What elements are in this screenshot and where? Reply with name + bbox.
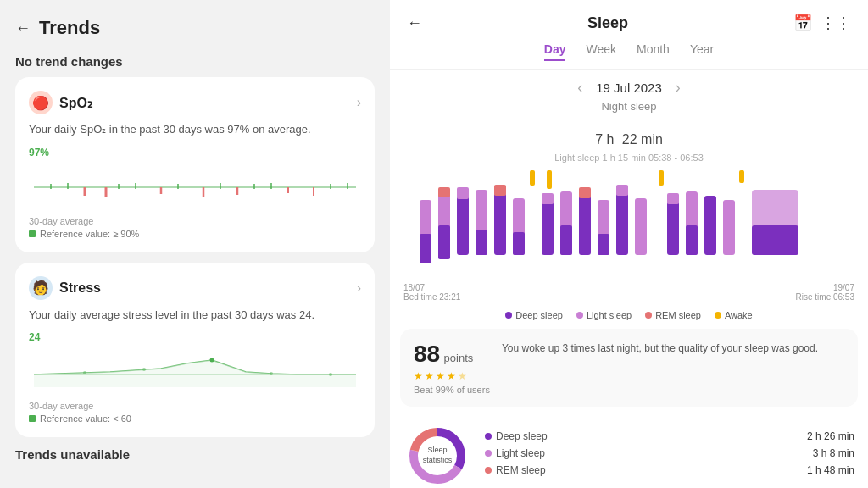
svg-rect-61 (752, 225, 798, 255)
svg-rect-57 (686, 225, 698, 255)
svg-point-20 (83, 371, 86, 374)
svg-rect-36 (457, 187, 469, 199)
score-left: 88 points ★ ★ ★ ★ ★ Beat 99% of users (414, 341, 490, 395)
trends-unavailable-label: Trends unavailable (15, 447, 375, 462)
deep-sleep-dot (505, 312, 512, 319)
header-icons: 📅 ⋮⋮ (793, 14, 851, 32)
svg-rect-34 (438, 187, 450, 197)
svg-rect-53 (635, 198, 647, 255)
donut-label: Sleepstatistics (423, 446, 453, 465)
stress-ref-dot (29, 415, 36, 422)
section-no-changes: No trend changes (15, 54, 375, 69)
spo2-card-header: 🔴 SpO₂ › (29, 91, 361, 114)
next-date-button[interactable]: › (676, 79, 681, 97)
stress-chart-svg (29, 345, 361, 387)
stat-deep-dot (485, 433, 492, 440)
svg-point-22 (210, 358, 214, 363)
score-number-row: 88 points (414, 341, 490, 368)
chart-annotation: Light sleep 1 h 15 min 05:38 - 06:53 (390, 152, 868, 163)
score-card: 88 points ★ ★ ★ ★ ★ Beat 99% of users Yo… (400, 329, 858, 407)
svg-rect-50 (598, 234, 609, 255)
score-number: 88 (414, 341, 440, 367)
stress-chevron[interactable]: › (357, 280, 361, 296)
stat-light-sleep: Light sleep 3 h 8 min (485, 447, 854, 459)
svg-rect-26 (530, 170, 535, 186)
deep-sleep-label: Deep sleep (515, 310, 563, 320)
sleep-title: Sleep (422, 14, 793, 32)
svg-rect-52 (616, 185, 628, 196)
svg-rect-38 (476, 230, 487, 255)
spo2-card: 🔴 SpO₂ › Your daily SpO₂ in the past 30 … (15, 77, 375, 252)
star-3: ★ (436, 370, 445, 382)
svg-rect-48 (579, 187, 591, 198)
spo2-reference: Reference value: ≥ 90% (29, 229, 361, 239)
star-1: ★ (414, 370, 423, 382)
svg-rect-58 (704, 196, 716, 255)
svg-marker-19 (34, 360, 356, 387)
stat-deep-value: 2 h 26 min (807, 430, 854, 442)
tab-week[interactable]: Week (586, 42, 616, 61)
beat-label: Beat 99% of users (414, 385, 490, 395)
stress-reference-text: Reference value: < 60 (40, 413, 131, 424)
stat-rem-label-row: REM sleep (485, 464, 546, 476)
stress-icon: 🧑 (29, 276, 53, 300)
svg-rect-59 (723, 200, 735, 255)
stars-row: ★ ★ ★ ★ ★ (414, 370, 490, 382)
calendar-icon[interactable]: 📅 (793, 14, 812, 32)
svg-rect-43 (542, 202, 554, 255)
star-2: ★ (425, 370, 434, 382)
legend-deep-sleep: Deep sleep (505, 310, 563, 320)
sleep-chart-labels: 18/07 Bed time 23:21 19/07 Rise time 06:… (390, 280, 868, 302)
svg-point-21 (142, 368, 146, 371)
tab-year[interactable]: Year (690, 42, 714, 61)
svg-point-24 (329, 373, 332, 376)
stress-reference: Reference value: < 60 (29, 413, 361, 424)
stats-list: Deep sleep 2 h 26 min Light sleep 3 h 8 … (485, 430, 854, 481)
duration-min: 22 min (622, 132, 663, 147)
svg-rect-29 (739, 170, 744, 183)
spo2-chart (29, 160, 361, 211)
light-sleep-dot (576, 312, 583, 319)
stat-rem-value: 1 h 48 min (807, 464, 854, 476)
stress-title-row: 🧑 Stress (29, 276, 101, 300)
spo2-chart-sub: 30-day average (29, 216, 361, 226)
page-title-left: Trends (39, 17, 100, 39)
svg-rect-46 (560, 225, 572, 255)
awake-dot (715, 312, 721, 319)
back-button-left[interactable]: ← (15, 19, 31, 37)
tab-month[interactable]: Month (637, 42, 670, 61)
stat-deep-label-row: Deep sleep (485, 430, 548, 442)
chart-label-left: 18/07 Bed time 23:21 (403, 283, 460, 302)
score-unit: points (444, 352, 474, 364)
svg-point-23 (270, 372, 273, 375)
svg-rect-40 (494, 185, 506, 196)
sleep-chart-svg (403, 166, 854, 276)
back-button-right[interactable]: ← (407, 14, 422, 32)
svg-rect-33 (438, 225, 450, 259)
spo2-chevron[interactable]: › (357, 95, 361, 110)
stat-rem-name: REM sleep (496, 464, 546, 476)
stress-title: Stress (59, 280, 101, 296)
svg-rect-35 (457, 196, 469, 255)
prev-date-button[interactable]: ‹ (577, 79, 582, 97)
svg-rect-47 (579, 196, 591, 255)
date-nav: ‹ 19 Jul 2023 › (390, 70, 868, 100)
right-panel: ← Sleep 📅 ⋮⋮ Day Week Month Year ‹ 19 Ju… (390, 0, 868, 488)
svg-rect-54 (667, 202, 679, 255)
rem-sleep-dot (645, 312, 652, 319)
legend-rem-sleep: REM sleep (645, 310, 701, 320)
svg-rect-31 (420, 234, 431, 263)
awake-label: Awake (725, 310, 753, 320)
sleep-chart-container (390, 166, 868, 280)
stat-light-value: 3 h 8 min (813, 447, 854, 459)
legend-awake: Awake (715, 310, 753, 320)
more-icon[interactable]: ⋮⋮ (821, 14, 851, 32)
stress-card-header: 🧑 Stress › (29, 276, 361, 300)
tab-day[interactable]: Day (544, 42, 566, 61)
rem-sleep-label: REM sleep (655, 310, 701, 320)
legend-row: Deep sleep Light sleep REM sleep Awake (390, 302, 868, 329)
sleep-duration: 7 h 22 min (390, 118, 868, 151)
spo2-reference-text: Reference value: ≥ 90% (40, 229, 139, 239)
spo2-icon: 🔴 (29, 91, 53, 114)
stress-chart (29, 345, 361, 396)
